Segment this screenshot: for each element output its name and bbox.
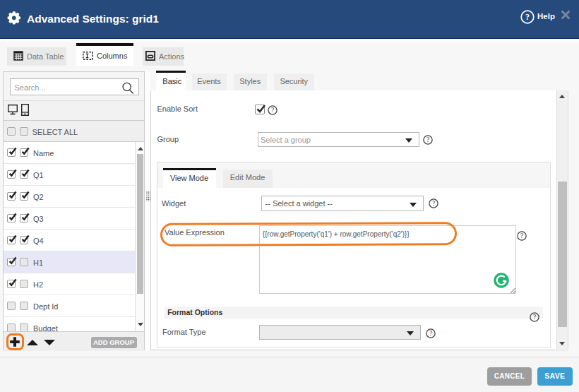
svg-text:?: ? [429,330,431,337]
svg-text:?: ? [271,107,274,114]
svg-text:?: ? [520,232,523,239]
svg-text:?: ? [432,200,435,207]
svg-text:?: ? [533,314,536,321]
svg-text:?: ? [426,136,429,143]
svg-text:?: ? [525,12,530,22]
